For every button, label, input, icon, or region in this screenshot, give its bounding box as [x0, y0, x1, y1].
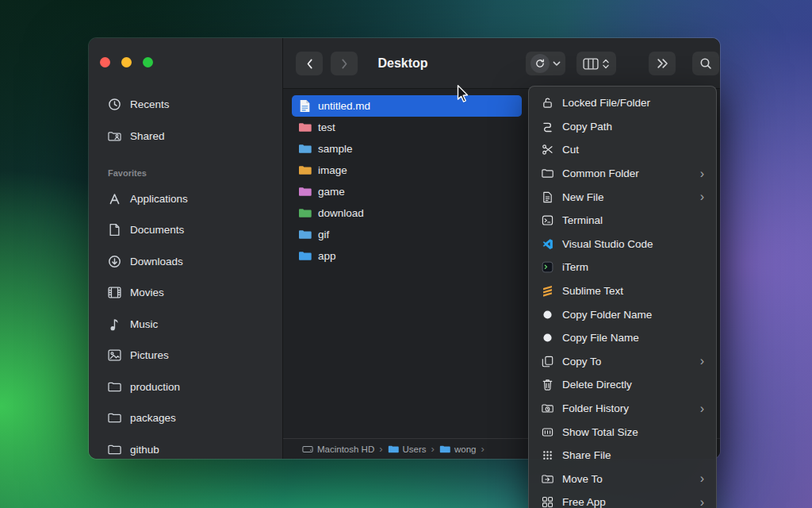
sidebar-item-label: Applications	[130, 193, 188, 205]
sidebar-top-list: RecentsShared	[98, 92, 274, 156]
folder-outline-icon	[107, 443, 121, 456]
folder-icon	[297, 228, 312, 241]
document-icon	[107, 223, 121, 237]
menu-item-sublime-text[interactable]: Sublime Text	[533, 279, 712, 303]
sidebar-item-label: Recents	[130, 98, 170, 110]
view-options-button[interactable]	[576, 52, 616, 75]
file-name: download	[318, 207, 364, 219]
menu-item-free-app[interactable]: Free App›	[533, 491, 712, 508]
sidebar-item-shared[interactable]: Shared	[98, 124, 274, 148]
sidebar-item-music[interactable]: Music	[98, 312, 274, 336]
submenu-chevron-icon: ›	[700, 402, 704, 415]
menu-item-label: Cut	[562, 144, 579, 156]
file-row-test[interactable]: test	[292, 117, 522, 138]
sidebar-item-production[interactable]: production	[98, 375, 274, 398]
more-toolbar-items-button[interactable]	[649, 52, 676, 75]
folder-icon	[297, 206, 312, 220]
folder-icon	[297, 185, 312, 198]
path-separator-icon: ›	[377, 443, 384, 455]
pictures-icon	[107, 348, 121, 362]
path-item-wong[interactable]: wong	[439, 444, 477, 454]
menu-item-new-file[interactable]: New File›	[533, 185, 712, 209]
sidebar-item-downloads[interactable]: Downloads	[98, 249, 274, 273]
menu-item-copy-to[interactable]: Copy To›	[533, 350, 712, 374]
folder-icon	[297, 249, 312, 263]
file-name: game	[318, 186, 345, 198]
menu-item-label: Folder History	[562, 402, 629, 414]
file-row-gif[interactable]: gif	[292, 224, 522, 245]
clock-icon	[107, 98, 121, 111]
menu-item-show-total-size[interactable]: Show Total Size	[533, 420, 712, 444]
menu-item-locked-file-folder[interactable]: Locked File/Folder	[533, 91, 712, 115]
folder-history-icon	[541, 402, 554, 414]
menu-item-copy-file-name[interactable]: Copy File Name	[533, 326, 712, 350]
path-item-label: Macintosh HD	[317, 444, 374, 454]
traffic-lights	[100, 57, 153, 67]
path-item-macintosh-hd[interactable]: Macintosh HD	[302, 444, 374, 454]
path-item-users[interactable]: Users	[388, 444, 427, 454]
folder-small-icon	[388, 444, 399, 454]
terminal-icon	[541, 214, 554, 226]
search-button[interactable]	[692, 52, 719, 75]
toolbar: Desktop	[283, 38, 720, 89]
sidebar-item-documents[interactable]: Documents	[98, 218, 274, 242]
menu-item-copy-path[interactable]: Copy Path	[533, 115, 712, 139]
sidebar-item-recents[interactable]: Recents	[98, 92, 274, 116]
folder-outline-icon	[107, 380, 121, 394]
menu-item-terminal[interactable]: Terminal	[533, 209, 712, 233]
menu-item-move-to[interactable]: Move To›	[533, 468, 712, 491]
menu-item-delete-directly[interactable]: Delete Directly	[533, 373, 712, 397]
sidebar-item-label: Movies	[130, 287, 164, 298]
menu-item-common-folder[interactable]: Common Folder›	[533, 162, 712, 186]
menu-item-label: Show Total Size	[562, 426, 638, 438]
menu-item-label: Free App	[562, 496, 606, 508]
file-row-sample[interactable]: sample	[292, 138, 522, 160]
menu-item-visual-studio-code[interactable]: Visual Studio Code	[533, 233, 712, 256]
white-circle-icon	[541, 332, 554, 344]
path-item-label: wong	[454, 444, 477, 454]
sidebar-item-packages[interactable]: packages	[98, 406, 274, 430]
menu-item-label: Visual Studio Code	[562, 238, 653, 250]
sidebar-item-applications[interactable]: Applications	[98, 187, 274, 210]
menu-item-label: Common Folder	[562, 167, 639, 179]
minimize-button[interactable]	[121, 57, 132, 67]
close-button[interactable]	[100, 57, 110, 67]
file-row-game[interactable]: game	[292, 181, 522, 202]
window-title: Desktop	[343, 38, 462, 89]
shared-folder-icon	[107, 129, 121, 143]
sidebar: RecentsShared Favorites ApplicationsDocu…	[89, 38, 283, 459]
file-row-image[interactable]: image	[292, 160, 522, 181]
scissors-icon	[541, 144, 554, 156]
path-separator-icon: ›	[479, 443, 485, 455]
menu-item-label: Sublime Text	[562, 285, 623, 297]
back-button[interactable]	[296, 52, 323, 75]
zoom-button[interactable]	[143, 57, 153, 67]
menu-item-label: Locked File/Folder	[562, 97, 650, 109]
sidebar-item-movies[interactable]: Movies	[98, 281, 274, 305]
sidebar-item-pictures[interactable]: Pictures	[98, 344, 274, 368]
menu-item-iterm[interactable]: iTerm	[533, 256, 712, 279]
menu-item-folder-history[interactable]: Folder History›	[533, 397, 712, 421]
menu-item-cut[interactable]: Cut	[533, 138, 712, 162]
file-row-untitled-md[interactable]: untitled.md	[292, 95, 522, 117]
file-name: gif	[318, 229, 329, 241]
menu-item-copy-folder-name[interactable]: Copy Folder Name	[533, 302, 712, 326]
submenu-chevron-icon: ›	[700, 167, 704, 180]
sidebar-section-label: Favorites	[108, 168, 147, 178]
file-row-download[interactable]: download	[292, 202, 522, 224]
file-row-app[interactable]: app	[292, 245, 522, 267]
sidebar-favorites-list: ApplicationsDocumentsDownloadsMoviesMusi…	[98, 187, 274, 459]
submenu-chevron-icon: ›	[700, 355, 704, 368]
sidebar-item-label: Downloads	[130, 256, 183, 267]
submenu-chevron-icon: ›	[700, 472, 704, 485]
sidebar-item-github[interactable]: github	[98, 437, 274, 459]
menu-item-share-file[interactable]: Share File	[533, 444, 712, 468]
vscode-icon	[541, 238, 554, 250]
rotate-arrow-icon	[530, 54, 550, 73]
sidebar-item-label: production	[130, 381, 180, 393]
sidebar-item-label: Pictures	[130, 349, 169, 361]
actions-menu-button[interactable]	[526, 52, 565, 75]
sidebar-item-label: Music	[130, 318, 158, 330]
menu-item-label: iTerm	[562, 261, 588, 273]
menu-item-label: Copy File Name	[562, 332, 639, 344]
